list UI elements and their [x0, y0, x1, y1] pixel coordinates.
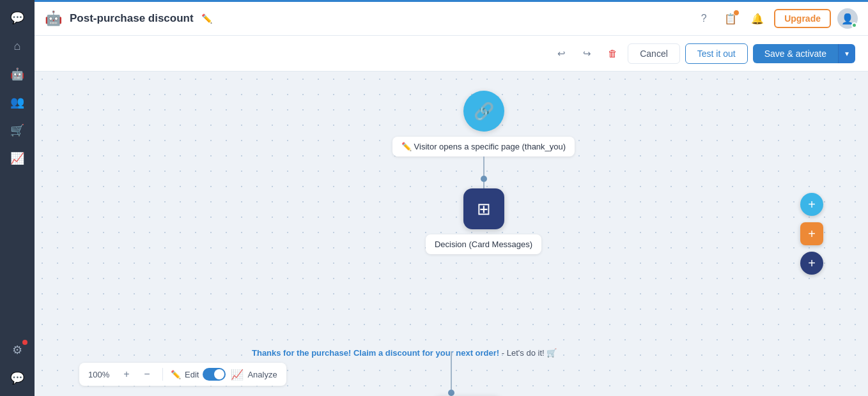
fab-blue-icon: +: [808, 197, 816, 212]
message-normal: - Let's do it! 🛒: [502, 348, 557, 358]
chevron-down-icon: ▾: [845, 49, 849, 58]
refresh-icon: 🔔: [751, 13, 764, 25]
delete-icon: 🗑: [608, 48, 617, 59]
decision-icon: ⊞: [477, 199, 491, 219]
sidebar: 💬 ⌂ 🤖 👥 🛒 📈 ⚙ 💬: [0, 0, 35, 396]
decision-label-box[interactable]: Decision (Card Messages): [426, 234, 541, 254]
sidebar-item-bot[interactable]: 🤖: [4, 61, 30, 87]
topbar-actions: ? 📋 🔔 Upgrade 👤: [694, 8, 858, 29]
connector-line-1b: [483, 182, 484, 188]
sidebar-item-chat[interactable]: 💬: [4, 5, 30, 31]
zoom-out-icon: −: [144, 369, 150, 380]
zoom-in-button[interactable]: +: [119, 367, 134, 382]
analyze-icon: 📈: [231, 369, 244, 381]
edit-label: Edit: [185, 370, 199, 379]
redo-button[interactable]: ↪: [577, 43, 597, 64]
fab-orange-button[interactable]: +: [800, 222, 823, 245]
trigger-label-box[interactable]: ✏️ Visitor opens a specific page (thank_…: [392, 137, 575, 156]
help-button[interactable]: ?: [694, 8, 714, 29]
message-highlight: Thanks for the purchase! Claim a discoun…: [252, 348, 499, 358]
connector-line-1: [483, 156, 484, 176]
settings-icon: ⚙: [12, 343, 22, 357]
topbar: 🤖 Post-purchase discount ✏️ ? 📋 🔔 Upgrad…: [35, 0, 868, 36]
notifications-button[interactable]: 📋: [720, 8, 741, 29]
zoom-level: 100%: [88, 370, 114, 379]
connector-dot-2: [448, 390, 454, 396]
users-icon: 👥: [10, 95, 24, 109]
fab-panel: + + +: [800, 193, 823, 275]
analytics-icon: 📈: [10, 151, 24, 165]
chat-icon: 💬: [10, 11, 24, 25]
zoom-out-button[interactable]: −: [139, 367, 155, 382]
fab-dark-button[interactable]: +: [800, 252, 823, 275]
sidebar-item-home[interactable]: ⌂: [4, 33, 30, 59]
title-edit-icon[interactable]: ✏️: [201, 13, 212, 24]
link-icon: 🔗: [474, 102, 494, 121]
trigger-label: ✏️ Visitor opens a specific page (thank_…: [401, 142, 566, 151]
flow-container: 🔗 ✏️ Visitor opens a specific page (than…: [392, 91, 575, 254]
bot-icon: 🤖: [10, 67, 24, 81]
connector-dot-1: [481, 176, 487, 182]
bottom-divider: [162, 368, 163, 381]
connector-line-2: [451, 351, 452, 390]
page-title: Post-purchase discount: [70, 12, 194, 25]
sidebar-item-users[interactable]: 👥: [4, 89, 30, 115]
sidebar-item-support[interactable]: 💬: [4, 365, 30, 391]
sidebar-item-analytics[interactable]: 📈: [4, 146, 30, 171]
notifications-icon: 📋: [724, 13, 737, 25]
support-icon: 💬: [10, 371, 24, 385]
canvas-toolbar: ↩ ↪ 🗑 Cancel Test it out Save & activate…: [35, 36, 868, 72]
save-dropdown-button[interactable]: ▾: [838, 44, 855, 63]
toggle-knob: [214, 369, 224, 379]
avatar-online-dot: [851, 22, 857, 28]
upgrade-button[interactable]: Upgrade: [774, 9, 831, 28]
edit-pencil-icon: ✏️: [171, 370, 181, 379]
refresh-button[interactable]: 🔔: [747, 8, 768, 29]
canvas[interactable]: 🔗 ✏️ Visitor opens a specific page (than…: [35, 72, 868, 396]
test-button[interactable]: Test it out: [685, 43, 748, 64]
decision-label: Decision (Card Messages): [435, 240, 532, 249]
decision-node-icon[interactable]: ⊞: [463, 188, 504, 229]
shop-icon: 🛒: [10, 123, 24, 137]
home-icon: ⌂: [14, 40, 21, 53]
sidebar-item-shop[interactable]: 🛒: [4, 118, 30, 143]
save-group: Save & activate ▾: [753, 44, 855, 63]
redo-icon: ↪: [583, 48, 591, 59]
sidebar-item-settings[interactable]: ⚙: [4, 337, 30, 363]
settings-badge: [22, 340, 27, 345]
bottom-bar: 100% + − ✏️ Edit 📈 Analyze: [79, 363, 286, 386]
sidebar-bottom: ⚙ 💬: [4, 337, 30, 391]
delete-button[interactable]: 🗑: [602, 43, 623, 64]
cancel-button[interactable]: Cancel: [628, 43, 680, 64]
undo-button[interactable]: ↩: [551, 43, 571, 64]
edit-toggle-area[interactable]: ✏️ Edit: [171, 368, 226, 381]
analyze-label: Analyze: [247, 370, 277, 379]
trigger-node-icon[interactable]: 🔗: [463, 91, 504, 132]
fab-dark-icon: +: [808, 256, 816, 271]
analyze-area[interactable]: 📈 Analyze: [231, 369, 277, 381]
avatar-wrapper[interactable]: 👤: [837, 8, 858, 29]
message-text-area: Thanks for the purchase! Claim a discoun…: [252, 348, 557, 358]
edit-toggle[interactable]: [203, 368, 226, 381]
fab-orange-icon: +: [808, 227, 816, 241]
zoom-in-icon: +: [123, 369, 129, 380]
undo-icon: ↩: [557, 48, 566, 59]
app-logo: 🤖: [45, 10, 62, 27]
main-area: 🤖 Post-purchase discount ✏️ ? 📋 🔔 Upgrad…: [35, 0, 868, 396]
fab-blue-button[interactable]: +: [800, 193, 823, 216]
help-icon: ?: [701, 13, 707, 24]
save-activate-button[interactable]: Save & activate: [753, 44, 838, 63]
